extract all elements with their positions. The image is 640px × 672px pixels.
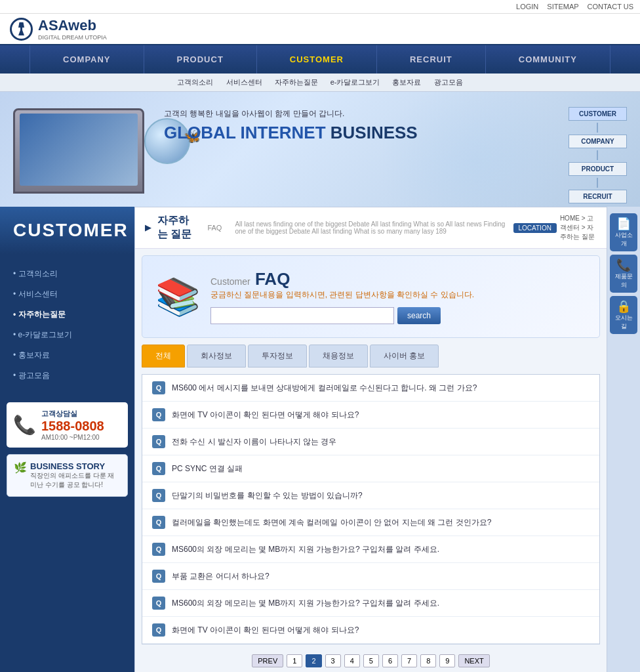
tab-recruit[interactable]: 채용정보 [309, 345, 368, 368]
diagram-recruit: RECRUIT [569, 190, 627, 203]
tabs-bar: 전체 회사정보 투자정보 채용정보 사이버 홍보 [142, 345, 600, 368]
right-icon-map[interactable]: 🔒 오시는길 [610, 296, 637, 334]
page-faq-label: FAQ [207, 224, 222, 232]
tab-invest[interactable]: 투자정보 [248, 345, 307, 368]
pagination: PREV 1 2 3 4 5 6 7 8 9 NEXT [135, 644, 607, 672]
faq-item-1[interactable]: Q MS600 에서 메시지를 보내면 상대방에게 컬러메일로 수신된다고 합니… [142, 375, 599, 402]
faq-item-text: MS600의 외장 메모리는 몇 MB까지 지원 가능한가요? 구입처를 알려 … [172, 544, 439, 555]
contact-title: 고객상담실 [41, 409, 104, 419]
contact-time: AM10:00 ~PM12:00 [41, 434, 104, 441]
diagram-connector-3 [597, 178, 598, 188]
nav-company[interactable]: COMPANY [30, 45, 144, 74]
diagram-connector-2 [597, 150, 598, 160]
content-wrap: CUSTOMER 고객의소리 서비스센터 자주하는질문 e-카달로그보기 홍보자… [0, 207, 640, 672]
sidebar-item-service[interactable]: 서비스센터 [0, 284, 134, 304]
story-title: BUSINESS STORY [30, 461, 121, 471]
sidebar-item-catalog[interactable]: e-카달로그보기 [0, 325, 134, 345]
faq-title-text: FAQ [255, 269, 290, 289]
faq-search-input[interactable] [210, 307, 394, 324]
main-content: ▶ 자주하는 질문 FAQ All last news finding one … [134, 207, 607, 672]
faq-item-9[interactable]: Q MS600의 외장 메모리는 몇 MB까지 지원 가능한가요? 구입처를 알… [142, 590, 599, 617]
logo-tagline: DIGITAL DREAM UTOPIA [38, 34, 107, 41]
nav-community[interactable]: COMMUNITY [486, 45, 610, 74]
faq-item-text: PC SYNC 연결 실패 [172, 463, 243, 474]
faq-q-icon: Q [152, 381, 165, 394]
page-8[interactable]: 8 [420, 654, 436, 667]
sidebar-story: 🌿 BUSINESS STORY 직장인의 애피소드를 다룬 재미난 수기를 공… [7, 454, 128, 497]
inquiry-label: 제품문의 [615, 273, 633, 288]
banner: 🦋 고객의 행복한 내일을 아사웹이 함께 만들어 갑니다. GLOBAL IN… [0, 92, 640, 207]
faq-item-text: MS600의 외장 메모리는 몇 MB까지 지원 가능한가요? 구입처를 알려 … [172, 598, 439, 609]
faq-q-icon: Q [152, 543, 165, 556]
subnav-4[interactable]: e-카달로그보기 [330, 78, 380, 86]
faq-item-7[interactable]: Q MS600의 외장 메모리는 몇 MB까지 지원 가능한가요? 구입처를 알… [142, 536, 599, 563]
page-6[interactable]: 6 [382, 654, 398, 667]
faq-search-button[interactable]: search [397, 307, 441, 324]
contact-number: 1588-0808 [41, 419, 104, 434]
sidebar-menu: 고객의소리 서비스센터 자주하는질문 e-카달로그보기 홍보자료 광고모음 [0, 254, 134, 396]
next-button[interactable]: NEXT [458, 654, 489, 667]
subnav-1[interactable]: 고객의소리 [177, 78, 213, 86]
banner-title: GLOBAL INTERNET BUSINESS [164, 123, 418, 143]
faq-item-2[interactable]: Q 화면에 TV 아이콘이 확인 된다면 어떻게 해야 되나요? [142, 402, 599, 429]
right-icon-intro[interactable]: 📄 사업소개 [610, 213, 637, 251]
page-9[interactable]: 9 [439, 654, 455, 667]
faq-customer-label: Customer [210, 276, 250, 287]
faq-item-5[interactable]: Q 단말기의 비밀번호를 확인할 수 있는 방법이 있습니까? [142, 482, 599, 509]
tab-company[interactable]: 회사정보 [187, 345, 246, 368]
faq-q-icon: Q [152, 408, 165, 421]
subnav-3[interactable]: 자주하는질문 [275, 78, 318, 86]
nav-recruit[interactable]: RECRUIT [377, 45, 486, 74]
nav-product[interactable]: PRODUCT [144, 45, 257, 74]
sidebar-item-ad[interactable]: 광고모음 [0, 366, 134, 386]
faq-description: 궁금하신 질문내용을 입력하시면, 관련된 답변사항을 확인하실 수 있습니다. [210, 289, 586, 301]
faq-item-8[interactable]: Q 부품 교환은 어디서 하나요? [142, 563, 599, 590]
sidebar-item-pr[interactable]: 홍보자료 [0, 345, 134, 366]
faq-section-banner: 📚 Customer FAQ 궁금하신 질문내용을 입력하시면, 관련된 답변사… [142, 255, 600, 338]
faq-q-icon: Q [152, 516, 165, 529]
contact-icon: 📞 [13, 414, 36, 436]
subnav-6[interactable]: 광고모음 [434, 78, 463, 86]
header: ASAweb DIGITAL DREAM UTOPIA [0, 14, 640, 45]
faq-item-text: 단말기의 비밀번호를 확인할 수 있는 방법이 있습니까? [172, 490, 363, 501]
faq-item-text: 부품 교환은 어디서 하나요? [172, 571, 270, 582]
page-header: ▶ 자주하는 질문 FAQ All last news finding one … [135, 207, 607, 249]
sitemap-link[interactable]: SITEMAP [547, 3, 578, 10]
login-link[interactable]: LOGIN [516, 3, 538, 10]
faq-item-3[interactable]: Q 전화 수신 시 발신자 이름이 나타나지 않는 경우 [142, 429, 599, 455]
map-icon: 🔒 [613, 299, 634, 314]
faq-content: Customer FAQ 궁금하신 질문내용을 입력하시면, 관련된 답변사항을… [210, 269, 586, 324]
location-bar: LOCATION HOME > 고객센터 > 자주하는 질문 [513, 214, 597, 242]
intro-label: 사업소개 [615, 232, 633, 247]
nav-customer[interactable]: CUSTOMER [257, 45, 377, 74]
page-7[interactable]: 7 [401, 654, 417, 667]
faq-q-icon: Q [152, 623, 165, 637]
main-nav: COMPANY PRODUCT CUSTOMER RECRUIT COMMUNI… [0, 45, 640, 74]
contact-link[interactable]: CONTACT US [588, 3, 634, 10]
subnav-5[interactable]: 홍보자료 [392, 78, 421, 86]
subnav-2[interactable]: 서비스센터 [226, 78, 262, 86]
logo[interactable]: ASAweb DIGITAL DREAM UTOPIA [10, 17, 107, 41]
page-3[interactable]: 3 [325, 654, 341, 667]
faq-item-4[interactable]: Q PC SYNC 연결 실패 [142, 455, 599, 482]
tab-all[interactable]: 전체 [142, 345, 185, 368]
tab-cyber[interactable]: 사이버 홍보 [370, 345, 439, 368]
page-1[interactable]: 1 [287, 654, 302, 667]
faq-q-icon: Q [152, 462, 165, 475]
sidebar-item-faq[interactable]: 자주하는질문 [0, 304, 134, 325]
faq-item-10[interactable]: Q 화면에 TV 아이콘이 확인 된다면 어떻게 해야 되나요? [142, 617, 599, 644]
sidebar-item-customer[interactable]: 고객의소리 [0, 264, 134, 284]
prev-button[interactable]: PREV [252, 654, 283, 667]
sidebar-contact: 📞 고객상담실 1588-0808 AM10:00 ~PM12:00 [7, 402, 128, 448]
diagram-product: PRODUCT [569, 162, 627, 176]
right-icon-inquiry[interactable]: 📞 제품문의 [610, 255, 637, 293]
faq-list: Q MS600 에서 메시지를 보내면 상대방에게 컬러메일로 수신된다고 합니… [142, 374, 600, 644]
page-5[interactable]: 5 [363, 654, 379, 667]
intro-icon: 📄 [613, 217, 634, 231]
faq-item-6[interactable]: Q 컬러메일을 확인했는데도 화면에 계속 컬러메일 아이콘이 안 없어 지는데… [142, 509, 599, 536]
banner-diagram: CUSTOMER COMPANY PRODUCT RECRUIT [569, 105, 627, 205]
page-2[interactable]: 2 [306, 654, 321, 667]
banner-korean-text: 고객의 행복한 내일을 아사웹이 함께 만들어 갑니다. [164, 108, 418, 119]
page-4[interactable]: 4 [344, 654, 360, 667]
faq-item-text: 컬러메일을 확인했는데도 화면에 계속 컬러메일 아이콘이 안 없어 지는데 왜… [172, 517, 491, 528]
